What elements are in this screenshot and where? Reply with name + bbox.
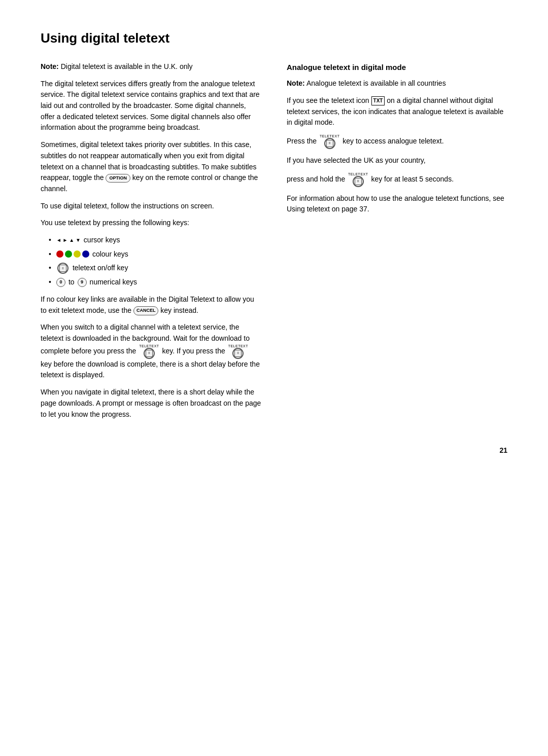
txt-icon-text: TXT bbox=[373, 97, 383, 105]
para-subtitles: Sometimes, digital teletext takes priori… bbox=[41, 139, 261, 194]
note-bold-label: Note: bbox=[41, 62, 59, 70]
teletext-btn-download1: ≡ bbox=[144, 348, 155, 359]
cancel-key-label: CANCEL bbox=[136, 307, 156, 314]
dot-blue bbox=[82, 250, 89, 258]
para-more-info: For information about how to use the ana… bbox=[287, 193, 507, 215]
teletext-btn-inner: ≡ bbox=[59, 265, 66, 272]
para-cancel: If no colour key links are available in … bbox=[41, 294, 261, 316]
page-container: Using digital teletext Note: Digital tel… bbox=[41, 30, 507, 454]
bullet-teletext-text: teletext on/off key bbox=[73, 263, 128, 274]
keys-list: ◄ ► ▲ ▼ cursor keys colour keys bbox=[49, 235, 261, 288]
two-column-layout: Note: Digital teletext is available in t… bbox=[41, 61, 507, 426]
para-download-end2: key before the download is complete, the… bbox=[41, 360, 260, 379]
para-hold-end: key for at least 5 seconds. bbox=[371, 175, 454, 183]
note-analogue-text: Analogue teletext is available in all co… bbox=[306, 79, 446, 87]
section-title-analogue: Analogue teletext in digital mode bbox=[287, 61, 507, 73]
para-digital-service: The digital teletext services differs gr… bbox=[41, 79, 261, 133]
bullet-numerical: 0 to 9 numerical keys bbox=[49, 277, 261, 288]
para-download-end: key. If you press the bbox=[162, 347, 225, 355]
para-txt-icon: If you see the teletext icon TXT on a di… bbox=[287, 95, 507, 128]
bullet-colour: colour keys bbox=[49, 249, 261, 260]
para-download: When you switch to a digital channel wit… bbox=[41, 322, 261, 381]
cursor-icons: ◄ ► ▲ ▼ bbox=[56, 236, 81, 244]
dot-red bbox=[56, 250, 63, 258]
page-title: Using digital teletext bbox=[41, 30, 507, 46]
dot-yellow bbox=[74, 250, 81, 258]
bullet-cursor-text: cursor keys bbox=[84, 235, 120, 246]
teletext-btn-download2: ≡ bbox=[232, 348, 244, 359]
para-press-end: key to access analogue teletext. bbox=[342, 137, 443, 145]
teletext-btn-right2: ≡ bbox=[353, 176, 364, 187]
txt-icon: TXT bbox=[371, 96, 385, 105]
para-txt-start: If you see the teletext icon bbox=[287, 96, 371, 104]
teletext-btn-inner-r1: ≡ bbox=[326, 140, 333, 147]
bullet-teletext: ≡ teletext on/off key bbox=[49, 263, 261, 274]
left-column: Note: Digital teletext is available in t… bbox=[41, 61, 261, 426]
para-hold-key: press and hold the TELETEXT ≡ key for at… bbox=[287, 172, 507, 187]
right-column: Analogue teletext in digital mode Note: … bbox=[287, 61, 507, 426]
para-uk-start: If you have selected the UK as your coun… bbox=[287, 156, 426, 164]
option-key-icon: OPTION bbox=[106, 174, 130, 183]
teletext-icon-right1: TELETEXT ≡ bbox=[320, 134, 339, 149]
num-btn-0: 0 bbox=[56, 278, 65, 287]
colour-dots bbox=[56, 250, 89, 258]
note-text: Digital teletext is available in the U.K… bbox=[61, 62, 193, 70]
note-analogue-label: Note: bbox=[287, 79, 305, 87]
para-uk-country: If you have selected the UK as your coun… bbox=[287, 155, 507, 166]
teletext-btn-inner-r2: ≡ bbox=[355, 178, 362, 185]
teletext-icon-right2: TELETEXT ≡ bbox=[348, 172, 368, 187]
para-keys-intro: You use teletext by pressing the followi… bbox=[41, 218, 261, 229]
bullet-numerical-text: numerical keys bbox=[90, 277, 137, 288]
para-press-teletext: Press the TELETEXT ≡ key to access analo… bbox=[287, 134, 507, 149]
para-navigate: When you navigate in digital teletext, t… bbox=[41, 387, 261, 420]
cancel-key-icon: CANCEL bbox=[133, 306, 159, 315]
para-press-start: Press the bbox=[287, 137, 319, 145]
note-digital-uk: Note: Digital teletext is available in t… bbox=[41, 61, 261, 73]
teletext-onoff-icon: ≡ bbox=[57, 263, 68, 274]
teletext-btn: ≡ bbox=[57, 263, 68, 274]
teletext-btn-inner-d1: ≡ bbox=[146, 350, 153, 357]
para-cancel-end: key instead. bbox=[160, 306, 198, 314]
para-instructions: To use digital teletext, follow the inst… bbox=[41, 201, 261, 212]
page-number-container: 21 bbox=[41, 446, 507, 454]
bullet-colour-text: colour keys bbox=[92, 249, 128, 260]
note-analogue: Note: Analogue teletext is available in … bbox=[287, 78, 507, 89]
para-hold-pre: press and hold the bbox=[287, 175, 345, 183]
bullet-cursor: ◄ ► ▲ ▼ cursor keys bbox=[49, 235, 261, 246]
bullet-to: to bbox=[68, 277, 75, 288]
option-key-label: OPTION bbox=[109, 175, 127, 182]
teletext-btn-inner-d2: ≡ bbox=[234, 350, 242, 357]
page-number: 21 bbox=[499, 446, 507, 454]
teletext-btn-right1: ≡ bbox=[324, 138, 335, 149]
teletext-icon-download2: TELETEXT ≡ bbox=[228, 344, 248, 359]
num-btn-9: 9 bbox=[78, 278, 87, 287]
dot-green bbox=[65, 250, 72, 258]
teletext-icon-download1: TELETEXT ≡ bbox=[139, 344, 159, 359]
